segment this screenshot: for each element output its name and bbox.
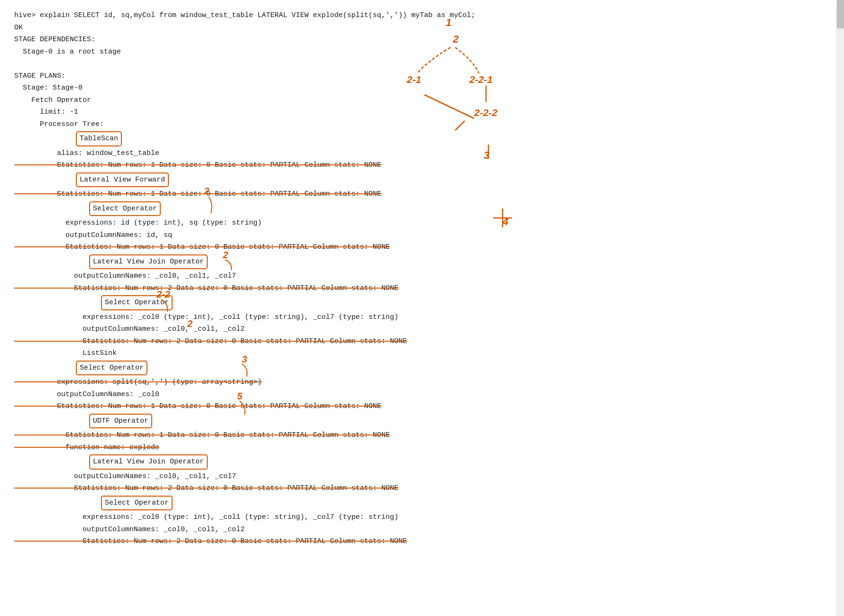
output-col-line2: outputColumnNames: _col0, _col1, _col7 <box>14 270 830 282</box>
selectoperator4-row: Select Operator <box>101 496 830 511</box>
udtfoperator-box: UDTF Operator <box>89 414 152 429</box>
selectoperator3-box: Select Operator <box>76 361 147 376</box>
expressions-line4: expressions: _col0 (type: int), _col1 (t… <box>14 511 830 524</box>
processor-tree-line: Processor Tree: <box>14 118 830 131</box>
udtfoperator-row: UDTF Operator <box>89 414 830 429</box>
stats-line7: Statistics: Num rows: 1 Data size: 0 Bas… <box>14 429 830 442</box>
expressions-line1: expressions: id (type: int), sq (type: s… <box>14 217 830 229</box>
stage-line: Stage: Stage-0 <box>14 82 830 94</box>
output-col-line4: outputColumnNames: _col0 <box>14 389 830 401</box>
stats-line8: Statistics: Num rows: 2 Data size: 0 Bas… <box>14 482 830 495</box>
limit-line: limit: -1 <box>14 106 830 118</box>
stage-plans-header: STAGE PLANS: <box>14 70 830 82</box>
function-name-line: function name: explode <box>14 442 830 454</box>
stats-line2: Statistics: Num rows: 1 Data size: 0 Bas… <box>14 188 830 200</box>
main-content: hive> explain SELECT id, sq,myCol from w… <box>0 0 844 557</box>
output-col-line6: outputColumnNames: _col0, _col1, _col2 <box>14 524 830 536</box>
tablescan-box: TableScan <box>76 131 122 146</box>
empty-line1 <box>14 58 830 70</box>
lateralviewforward-box: Lateral View Forward <box>76 172 169 188</box>
stats-line9: Statistics: Num rows: 2 Data size: 0 Bas… <box>14 535 830 548</box>
scrollbar-thumb[interactable] <box>837 0 844 28</box>
selectoperator2-box: Select Operator <box>101 295 173 310</box>
stats-line1: Statistics: Num rows: 1 Data size: 0 Bas… <box>14 159 830 172</box>
command-line: hive> explain SELECT id, sq,myCol from w… <box>14 9 830 22</box>
fetch-operator-line: Fetch Operator <box>14 94 830 107</box>
selectoperator4-box: Select Operator <box>101 496 173 511</box>
expressions-line2: expressions: _col0 (type: int), _col1 (t… <box>14 311 830 324</box>
stats-line5: Statistics: Num rows: 2 Data size: 0 Bas… <box>14 335 830 348</box>
tablescan-row: TableScan <box>76 131 830 146</box>
lateralviewforward-row: Lateral View Forward <box>76 172 830 188</box>
lateralviewjoin1-row: Lateral View Join Operator <box>89 254 830 270</box>
alias-line: alias: window_test_table <box>14 147 830 160</box>
ok-line: OK <box>14 22 830 34</box>
expressions-line3: expressions: split(sq,',') (type: array<… <box>14 376 830 389</box>
lateralviewjoin2-row: Lateral View Join Operator <box>89 454 830 470</box>
stats-line4: Statistics: Num rows: 2 Data size: 0 Bas… <box>14 282 830 295</box>
stage-deps-header: STAGE DEPENDENCIES: <box>14 34 830 46</box>
stats-line6: Statistics: Num rows: 1 Data size: 0 Bas… <box>14 400 830 413</box>
listsink-line: ListSink <box>14 347 830 360</box>
lateralviewjoin1-box: Lateral View Join Operator <box>89 254 208 270</box>
selectoperator3-row: Select Operator <box>76 361 830 376</box>
lateralviewjoin2-box: Lateral View Join Operator <box>89 454 208 470</box>
scrollbar-track[interactable] <box>836 0 844 616</box>
output-col-line3: outputColumnNames: _col0, _col1, _col2 <box>14 323 830 335</box>
selectoperator1-row: Select Operator <box>89 201 830 217</box>
stats-line3: Statistics: Num rows: 1 Data size: 0 Bas… <box>14 241 830 254</box>
output-col-line5: outputColumnNames: _col0, _col1, _col7 <box>14 471 830 483</box>
stage-dep-line: Stage-0 is a root stage <box>14 46 830 58</box>
selectoperator2-row: Select Operator <box>101 295 830 310</box>
selectoperator1-box: Select Operator <box>89 201 161 217</box>
output-col-line1: outputColumnNames: id, sq <box>14 229 830 242</box>
